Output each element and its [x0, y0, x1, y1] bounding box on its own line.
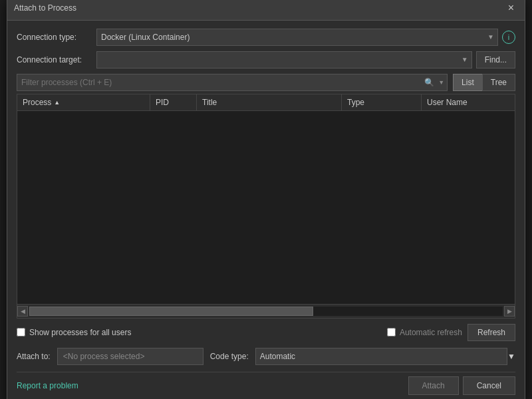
show-all-users-checkbox[interactable]: [17, 328, 25, 336]
list-view-button[interactable]: List: [453, 74, 482, 91]
process-table: Process ▲ PID Title Type User Name ◀: [17, 94, 515, 319]
connection-type-dropdown[interactable]: Docker (Linux Container)LocalRemote (SSH…: [96, 29, 498, 46]
right-controls: Automatic refresh Refresh: [387, 324, 515, 341]
auto-refresh-checkbox[interactable]: [387, 328, 396, 336]
auto-refresh-label[interactable]: Automatic refresh: [387, 328, 462, 337]
dialog-content: Connection type: Docker (Linux Container…: [7, 21, 525, 400]
code-type-dropdown[interactable]: AutomaticManaged (.NET Core, .NET 5+)Nat…: [255, 348, 507, 365]
code-type-wrapper: AutomaticManaged (.NET Core, .NET 5+)Nat…: [255, 348, 515, 365]
attach-button[interactable]: Attach: [408, 376, 459, 395]
filter-dropdown-arrow-icon[interactable]: ▼: [438, 79, 444, 86]
footer-buttons: Attach Cancel: [408, 376, 515, 395]
connection-target-row: Connection target: ▼ Find...: [17, 51, 515, 68]
view-buttons: List Tree: [453, 74, 515, 91]
bottom-row: Show processes for all users Automatic r…: [17, 324, 515, 341]
scroll-left-button[interactable]: ◀: [17, 306, 28, 317]
info-icon: i: [502, 31, 515, 44]
connection-target-label: Connection target:: [17, 55, 96, 65]
connection-type-row: Connection type: Docker (Linux Container…: [17, 29, 515, 46]
refresh-button[interactable]: Refresh: [467, 324, 515, 341]
scrollbar-container: ◀ ▶: [17, 304, 515, 318]
filter-row: 🔍 ▼ List Tree: [17, 74, 515, 91]
find-button[interactable]: Find...: [476, 51, 515, 68]
column-username: User Name: [422, 94, 515, 110]
code-type-label: Code type:: [210, 352, 249, 361]
dialog-title: Attach to Process: [14, 3, 76, 13]
scroll-right-button[interactable]: ▶: [504, 306, 515, 317]
attach-row: Attach to: Code type: AutomaticManaged (…: [17, 348, 515, 365]
footer-row: Report a problem Attach Cancel: [17, 372, 515, 395]
auto-refresh-label-text: Automatic refresh: [400, 328, 462, 337]
filter-input-wrapper: 🔍 ▼: [17, 74, 448, 91]
show-all-users-checkbox-label[interactable]: Show processes for all users: [17, 328, 131, 337]
code-type-arrow-icon: ▼: [507, 352, 515, 361]
scrollbar-thumb: [29, 307, 313, 316]
connection-type-wrapper: Docker (Linux Container)LocalRemote (SSH…: [96, 29, 498, 46]
attach-to-label: Attach to:: [17, 352, 51, 361]
table-header: Process ▲ PID Title Type User Name: [17, 94, 515, 111]
filter-input[interactable]: [17, 74, 448, 91]
column-pid: PID: [150, 94, 197, 110]
connection-target-dropdown[interactable]: [96, 51, 472, 68]
cancel-button[interactable]: Cancel: [463, 376, 515, 395]
show-all-users-label-text: Show processes for all users: [29, 328, 131, 337]
report-problem-link[interactable]: Report a problem: [17, 381, 78, 390]
attach-to-process-dialog: Attach to Process × Connection type: Doc…: [7, 0, 525, 399]
attach-to-input[interactable]: [57, 348, 203, 365]
connection-type-label: Connection type:: [17, 33, 96, 42]
title-bar: Attach to Process ×: [7, 0, 525, 21]
scrollbar-track[interactable]: [29, 307, 503, 316]
sort-arrow-icon: ▲: [54, 99, 60, 106]
close-button[interactable]: ×: [504, 1, 518, 15]
column-process: Process ▲: [17, 94, 150, 110]
table-body: [17, 111, 515, 304]
connection-target-wrapper: ▼: [96, 51, 472, 68]
column-type: Type: [342, 94, 422, 110]
column-title: Title: [197, 94, 342, 110]
tree-view-button[interactable]: Tree: [482, 74, 515, 91]
